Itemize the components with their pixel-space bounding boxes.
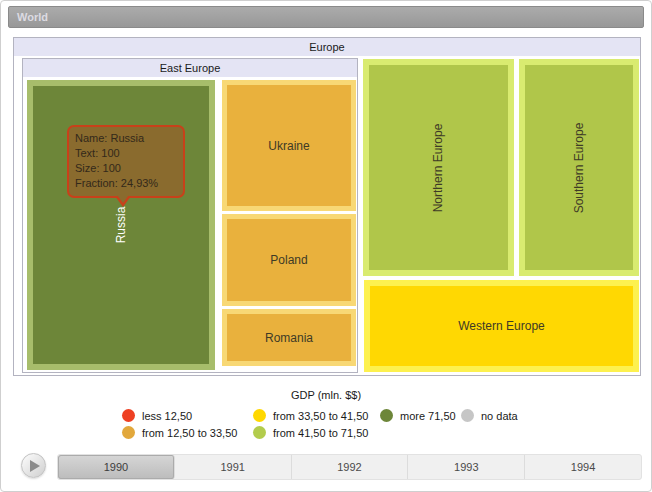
tooltip-text-line: Text: 100 [75,146,177,161]
tile-southern-europe[interactable]: Southern Europe [519,59,639,276]
legend-item-33-41: from 33,50 to 41,50 [253,409,380,422]
legend-red-dot-icon [122,409,135,422]
timeline-year-bar: 1990 1991 1992 1993 1994 [57,454,642,480]
legend-orange-dot-icon [122,426,135,439]
legend-item-more: more 71,50 [380,409,461,422]
tile-russia[interactable]: Russia Name: Russia Text: 100 Size: 100 … [27,80,215,370]
legend-item-label: more 71,50 [400,410,456,422]
tile-poland[interactable]: Poland [222,214,356,306]
tile-romania[interactable]: Romania [222,309,356,366]
legend-item-12-33: from 12,50 to 33,50 [122,426,253,439]
legend-gray-dot-icon [461,409,474,422]
legend-item-label: from 12,50 to 33,50 [142,427,237,439]
legend-yellow-dot-icon [253,409,266,422]
tile-poland-label: Poland [270,253,307,267]
legend-yellowgreen-dot-icon [253,426,266,439]
tooltip-fraction-line: Fraction: 24,93% [75,176,177,191]
breadcrumb-root-world[interactable]: World [8,6,644,28]
east-europe-group-panel: East Europe Russia Name: Russia Text: 10… [22,58,358,373]
legend-item-less: less 12,50 [122,409,253,422]
play-icon [30,460,40,472]
tile-northern-europe[interactable]: Northern Europe [363,59,514,276]
timeline-year-1994[interactable]: 1994 [525,455,641,479]
tile-romania-label: Romania [265,331,313,345]
legend-title: GDP (mln. $$) [1,389,651,401]
legend: less 12,50 from 33,50 to 41,50 more 71,5… [122,407,539,441]
tile-northern-europe-label: Northern Europe [432,123,446,212]
legend-item-label: less 12,50 [142,410,192,422]
europe-group-panel: Europe East Europe Russia Name: Russia T… [13,37,641,376]
legend-darkgreen-dot-icon [380,409,393,422]
timeline-year-1991[interactable]: 1991 [175,455,292,479]
treemap-application-window: World Europe East Europe Russia Name: Ru… [0,0,652,492]
russia-tooltip: Name: Russia Text: 100 Size: 100 Fractio… [67,125,185,198]
legend-item-label: from 41,50 to 71,50 [273,427,368,439]
tile-russia-label: Russia [114,207,128,244]
timeline-year-1993[interactable]: 1993 [408,455,525,479]
tile-southern-europe-label: Southern Europe [572,122,586,213]
legend-item-no-data: no data [461,409,539,422]
tile-western-europe-label: Western Europe [458,319,545,333]
play-button[interactable] [21,453,46,478]
legend-item-label: no data [481,410,518,422]
tile-ukraine-label: Ukraine [268,139,309,153]
legend-item-41-71: from 41,50 to 71,50 [253,426,380,439]
legend-item-label: from 33,50 to 41,50 [273,410,368,422]
tooltip-pointer-fill [117,195,129,203]
timeline-year-1990[interactable]: 1990 [58,455,175,479]
tooltip-name-line: Name: Russia [75,131,177,146]
europe-group-header[interactable]: Europe [14,38,640,56]
tile-western-europe[interactable]: Western Europe [364,280,639,372]
east-europe-group-header[interactable]: East Europe [23,59,357,77]
tile-ukraine[interactable]: Ukraine [222,80,356,211]
timeline-year-1992[interactable]: 1992 [292,455,409,479]
tooltip-size-line: Size: 100 [75,161,177,176]
